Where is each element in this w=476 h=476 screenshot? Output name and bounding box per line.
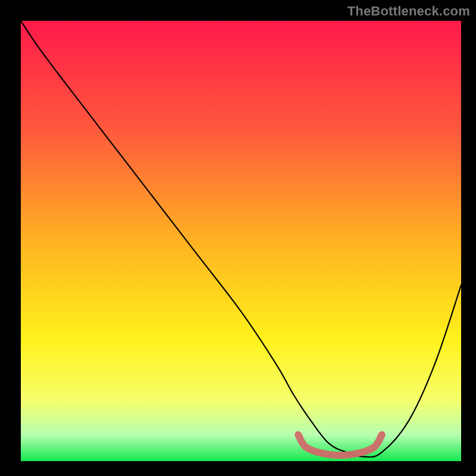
attribution-text: TheBottleneck.com	[347, 4, 470, 19]
chart-frame: TheBottleneck.com	[0, 0, 476, 476]
chart-svg	[21, 21, 461, 461]
chart-background	[21, 21, 461, 461]
chart-plot-area	[21, 21, 461, 461]
